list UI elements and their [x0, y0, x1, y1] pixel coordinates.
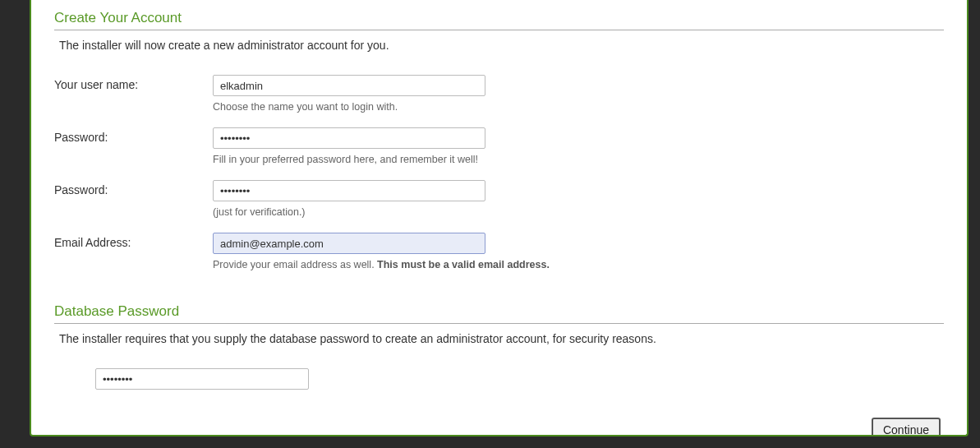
username-input[interactable] — [213, 75, 485, 96]
create-account-title: Create Your Account — [54, 10, 944, 26]
email-hint-prefix: Provide your email address as well. — [213, 259, 377, 270]
divider — [54, 30, 944, 30]
email-hint: Provide your email address as well. This… — [213, 259, 550, 270]
password-label: Password: — [54, 127, 213, 144]
database-password-description: The installer requires that you supply t… — [59, 332, 944, 345]
divider — [54, 323, 944, 324]
password-verify-hint: (just for verification.) — [213, 206, 485, 218]
installer-panel: Create Your Account The installer will n… — [30, 0, 968, 436]
password-verify-field-wrap: (just for verification.) — [213, 180, 485, 218]
username-label: Your user name: — [54, 75, 213, 91]
password-verify-label: Password: — [54, 180, 213, 196]
database-password-field-wrap — [95, 368, 944, 390]
password-row: Password: Fill in your preferred passwor… — [54, 127, 944, 165]
continue-button[interactable]: Continue — [872, 418, 941, 436]
username-field-wrap: Choose the name you want to login with. — [213, 75, 485, 113]
username-hint: Choose the name you want to login with. — [213, 101, 485, 113]
button-row: Continue — [54, 418, 944, 436]
database-password-section: Database Password The installer requires… — [54, 303, 944, 390]
username-row: Your user name: Choose the name you want… — [54, 75, 944, 113]
password-verify-row: Password: (just for verification.) — [54, 180, 944, 218]
create-account-description: The installer will now create a new admi… — [59, 39, 944, 52]
database-password-input[interactable] — [95, 368, 309, 390]
email-label: Email Address: — [54, 233, 213, 249]
email-row: Email Address: Provide your email addres… — [54, 233, 944, 270]
email-field-wrap: Provide your email address as well. This… — [213, 233, 550, 270]
email-input[interactable] — [213, 233, 485, 254]
password-hint: Fill in your preferred password here, an… — [213, 154, 485, 165]
password-verify-input[interactable] — [213, 180, 485, 201]
password-field-wrap: Fill in your preferred password here, an… — [213, 127, 485, 165]
password-input[interactable] — [213, 127, 485, 149]
database-password-title: Database Password — [54, 303, 944, 320]
email-hint-strong: This must be a valid email address. — [377, 259, 550, 270]
